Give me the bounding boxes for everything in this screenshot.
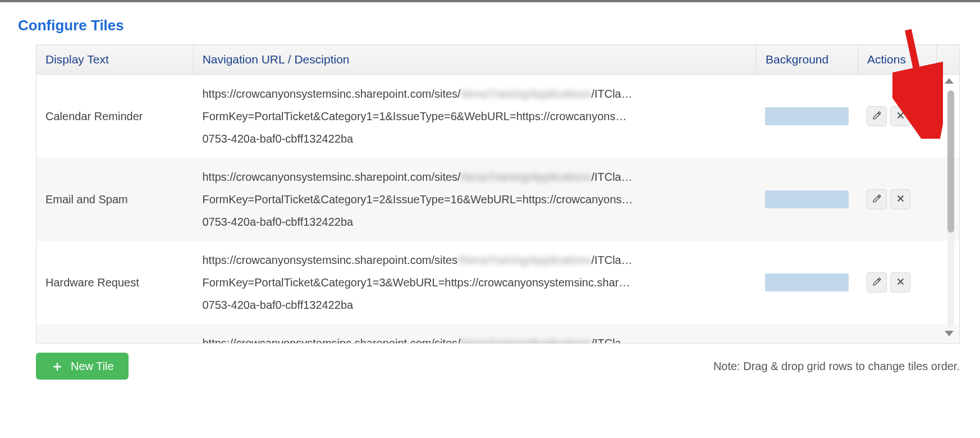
table-row[interactable]: Hardware Requesthttps://crowcanyonsystem… xyxy=(36,241,959,324)
drag-drop-note: Note: Drag & drop grid rows to change ti… xyxy=(713,360,960,373)
scroll-up-icon[interactable] xyxy=(945,78,954,84)
scroll-down-icon[interactable] xyxy=(945,331,954,336)
background-swatch[interactable] xyxy=(765,273,849,291)
column-header-bg[interactable]: Background xyxy=(757,45,858,75)
cell-url: https://crowcanyonsystemsinc.sharepoint.… xyxy=(193,324,756,343)
cell-url: https://crowcanyonsystemsinc.sharepoint.… xyxy=(193,241,756,324)
scrollbar-thumb[interactable] xyxy=(947,90,954,232)
delete-button[interactable] xyxy=(890,272,910,293)
grid-body-scroller[interactable]: Calendar Reminderhttps://crowcanyonsyste… xyxy=(36,75,959,343)
pencil-icon xyxy=(872,271,882,294)
pencil-icon xyxy=(872,188,882,211)
background-swatch[interactable] xyxy=(765,190,849,208)
cell-actions xyxy=(858,75,936,158)
cell-background xyxy=(756,158,858,241)
close-icon xyxy=(896,105,905,127)
grid-header-table: Display Text Navigation URL / Desciption… xyxy=(36,44,960,75)
cell-display-text: Calendar Reminder xyxy=(36,75,193,158)
new-tile-button[interactable]: ＋ New Tile xyxy=(36,353,129,380)
page-title: Configure Tiles xyxy=(18,17,964,34)
background-swatch[interactable] xyxy=(765,107,849,125)
delete-button[interactable] xyxy=(890,106,910,126)
scrollbar-track[interactable] xyxy=(947,90,954,327)
cell-url: https://crowcanyonsystemsinc.sharepoint.… xyxy=(193,75,756,158)
table-row[interactable]: Calendar Reminderhttps://crowcanyonsyste… xyxy=(36,75,959,158)
close-icon xyxy=(896,271,905,294)
plus-icon: ＋ xyxy=(51,359,64,373)
cell-actions xyxy=(858,158,936,241)
edit-button[interactable] xyxy=(867,272,887,293)
cell-background xyxy=(756,241,858,324)
column-header-spacer xyxy=(936,45,959,75)
edit-button[interactable] xyxy=(867,106,887,126)
table-row[interactable]: Internethttps://crowcanyonsystemsinc.sha… xyxy=(36,324,959,343)
grid-body-table: Calendar Reminderhttps://crowcanyonsyste… xyxy=(36,75,959,343)
cell-actions xyxy=(858,241,936,324)
column-header-display[interactable]: Display Text xyxy=(36,45,194,75)
close-icon xyxy=(896,188,905,211)
new-tile-label: New Tile xyxy=(71,360,114,373)
column-header-actions[interactable]: Actions xyxy=(858,45,937,75)
cell-display-text: Internet xyxy=(36,324,193,343)
cell-display-text: Hardware Request xyxy=(36,241,193,324)
tiles-grid: Display Text Navigation URL / Desciption… xyxy=(36,44,960,344)
cell-display-text: Email and Spam xyxy=(36,158,193,241)
cell-background xyxy=(756,324,858,343)
column-header-url[interactable]: Navigation URL / Desciption xyxy=(193,45,756,75)
cell-background xyxy=(756,75,858,158)
delete-button[interactable] xyxy=(890,189,910,209)
edit-button[interactable] xyxy=(867,189,887,209)
cell-actions xyxy=(858,324,936,343)
cell-url: https://crowcanyonsystemsinc.sharepoint.… xyxy=(193,158,756,241)
pencil-icon xyxy=(872,105,882,127)
table-row[interactable]: Email and Spamhttps://crowcanyonsystemsi… xyxy=(36,158,959,241)
